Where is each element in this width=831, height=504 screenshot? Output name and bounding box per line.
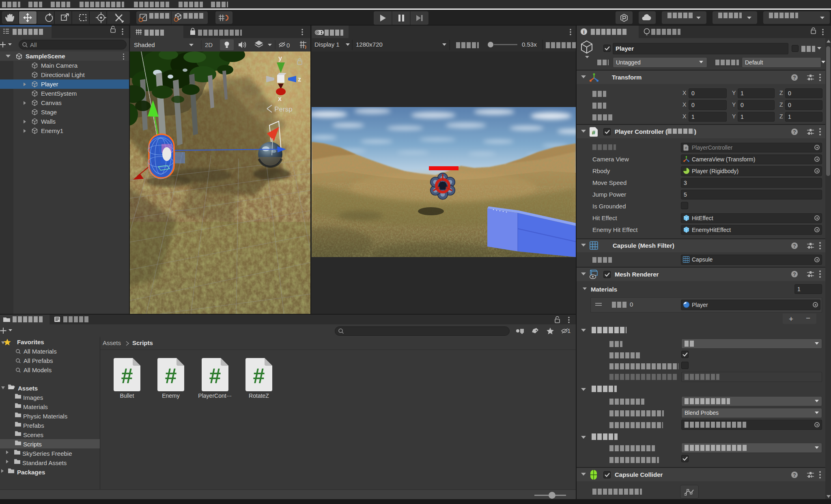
svg-text:#: # bbox=[592, 129, 596, 136]
svg-text:Display 1: Display 1 bbox=[314, 41, 340, 48]
svg-text:0: 0 bbox=[286, 42, 290, 49]
svg-text:2D: 2D bbox=[205, 41, 213, 48]
svg-text:Persp: Persp bbox=[274, 105, 292, 113]
svg-text:x: x bbox=[278, 95, 282, 102]
svg-text:z: z bbox=[298, 76, 301, 83]
svg-text:Shaded: Shaded bbox=[134, 41, 155, 48]
svg-text:0.53x: 0.53x bbox=[522, 41, 537, 48]
svg-text:y: y bbox=[278, 55, 282, 62]
svg-text:1280x720: 1280x720 bbox=[356, 41, 383, 48]
svg-text:#: # bbox=[685, 146, 687, 150]
svg-text:i: i bbox=[583, 29, 585, 35]
